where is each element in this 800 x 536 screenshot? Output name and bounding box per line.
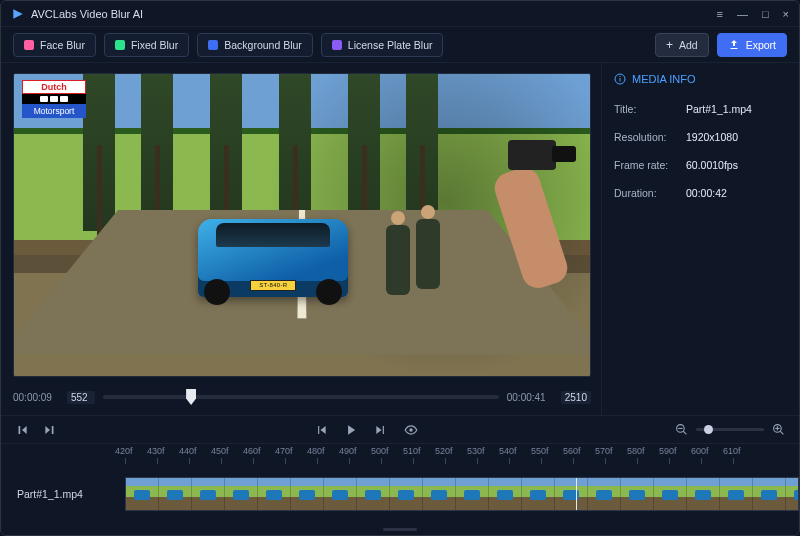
mi-fps-key: Frame rate: xyxy=(614,159,686,171)
face-blur-label: Face Blur xyxy=(40,39,85,51)
background-blur-label: Background Blur xyxy=(224,39,302,51)
watermark-line2: Motorsport xyxy=(22,104,86,118)
media-info-title: MEDIA INFO xyxy=(632,73,696,85)
svg-rect-1 xyxy=(620,78,621,82)
playback-controls xyxy=(1,415,799,443)
mi-dur-val: 00:00:42 xyxy=(686,187,727,199)
clip-thumbnail xyxy=(390,478,423,510)
next-frame-button[interactable] xyxy=(374,423,388,437)
zoom-thumb[interactable] xyxy=(704,425,713,434)
ruler-tick: 430f xyxy=(147,446,165,456)
fixed-blur-icon xyxy=(115,40,125,50)
ruler-tick: 580f xyxy=(627,446,645,456)
ruler-tick: 610f xyxy=(723,446,741,456)
ruler-tick: 590f xyxy=(659,446,677,456)
svg-line-8 xyxy=(780,431,783,434)
ruler-tick: 480f xyxy=(307,446,325,456)
end-frame: 2510 xyxy=(561,391,591,404)
video-watermark: Dutch Motorsport xyxy=(22,80,86,118)
background-blur-button[interactable]: Background Blur xyxy=(197,33,313,57)
clip-thumbnail xyxy=(225,478,258,510)
face-blur-icon xyxy=(24,40,34,50)
clip-thumbnail xyxy=(687,478,720,510)
play-button[interactable] xyxy=(344,423,358,437)
clip-thumbnail xyxy=(423,478,456,510)
plus-icon: + xyxy=(666,38,673,52)
end-timecode: 00:00:41 xyxy=(507,392,553,403)
ruler-tick: 510f xyxy=(403,446,421,456)
window-maximize-button[interactable]: □ xyxy=(762,8,769,20)
mi-dur-key: Duration: xyxy=(614,187,686,199)
ruler-tick: 500f xyxy=(371,446,389,456)
clip-thumbnail xyxy=(258,478,291,510)
info-icon xyxy=(614,73,626,85)
ruler-tick: 450f xyxy=(211,446,229,456)
clip-thumbnail xyxy=(753,478,786,510)
current-timecode: 00:00:09 xyxy=(13,392,59,403)
app-logo-icon xyxy=(11,7,25,21)
mark-out-button[interactable] xyxy=(43,423,57,437)
svg-line-5 xyxy=(683,431,686,434)
mi-res-key: Resolution: xyxy=(614,131,686,143)
face-blur-button[interactable]: Face Blur xyxy=(13,33,96,57)
clip-thumbnail xyxy=(489,478,522,510)
watermark-line1: Dutch xyxy=(22,80,86,94)
ruler-tick: 460f xyxy=(243,446,261,456)
ruler-tick: 540f xyxy=(499,446,517,456)
mi-title-key: Title: xyxy=(614,103,686,115)
ruler-tick: 470f xyxy=(275,446,293,456)
zoom-out-button[interactable] xyxy=(675,423,688,436)
mi-title-val: Part#1_1.mp4 xyxy=(686,103,752,115)
ruler-tick: 440f xyxy=(179,446,197,456)
export-icon xyxy=(728,39,740,51)
playhead[interactable] xyxy=(576,478,577,510)
license-plate-blur-icon xyxy=(332,40,342,50)
clip-thumbnail xyxy=(588,478,621,510)
scrub-track[interactable] xyxy=(103,395,499,399)
timeline: 420f430f440f450f460f470f480f490f500f510f… xyxy=(1,443,799,535)
clip-name: Part#1_1.mp4 xyxy=(1,488,125,500)
current-frame: 552 xyxy=(67,391,95,404)
fixed-blur-button[interactable]: Fixed Blur xyxy=(104,33,189,57)
zoom-in-button[interactable] xyxy=(772,423,785,436)
mi-res-val: 1920x1080 xyxy=(686,131,738,143)
mi-fps-val: 60.0010fps xyxy=(686,159,738,171)
ruler-tick: 420f xyxy=(115,446,133,456)
video-preview[interactable]: ST-840-R Dutch Motorsport xyxy=(13,73,591,377)
ruler-tick: 570f xyxy=(595,446,613,456)
ruler-tick: 490f xyxy=(339,446,357,456)
clip-thumbnail xyxy=(357,478,390,510)
window-close-button[interactable]: × xyxy=(783,8,789,20)
ruler-tick: 520f xyxy=(435,446,453,456)
clip-thumbnail xyxy=(324,478,357,510)
window-minimize-button[interactable]: — xyxy=(737,8,748,20)
background-blur-icon xyxy=(208,40,218,50)
ruler-tick: 550f xyxy=(531,446,549,456)
toolbar: Face Blur Fixed Blur Background Blur Lic… xyxy=(1,27,799,63)
zoom-slider[interactable] xyxy=(696,428,764,431)
license-plate-blur-button[interactable]: License Plate Blur xyxy=(321,33,444,57)
add-button[interactable]: + Add xyxy=(655,33,709,57)
prev-frame-button[interactable] xyxy=(314,423,328,437)
clip-thumbnail xyxy=(786,478,799,510)
clip-thumbnail xyxy=(192,478,225,510)
export-label: Export xyxy=(746,39,776,51)
clip-thumbnail xyxy=(720,478,753,510)
title-bar: AVCLabs Video Blur AI ≡ — □ × xyxy=(1,1,799,27)
fixed-blur-label: Fixed Blur xyxy=(131,39,178,51)
mark-in-button[interactable] xyxy=(15,423,29,437)
svg-point-3 xyxy=(409,428,413,432)
timeline-clip[interactable] xyxy=(125,477,799,511)
window-menu-button[interactable]: ≡ xyxy=(716,8,722,20)
timeline-resize-handle[interactable] xyxy=(383,528,417,531)
scrub-thumb[interactable] xyxy=(186,389,196,405)
export-button[interactable]: Export xyxy=(717,33,787,57)
media-info-panel: MEDIA INFO Title:Part#1_1.mp4 Resolution… xyxy=(601,63,799,415)
ruler-tick: 560f xyxy=(563,446,581,456)
scrubber: 00:00:09 552 00:00:41 2510 xyxy=(13,385,591,409)
preview-toggle-button[interactable] xyxy=(404,423,418,437)
clip-thumbnail xyxy=(522,478,555,510)
svg-rect-2 xyxy=(620,76,621,77)
timeline-ruler[interactable]: 420f430f440f450f460f470f480f490f500f510f… xyxy=(1,444,799,464)
license-plate: ST-840-R xyxy=(250,280,296,291)
